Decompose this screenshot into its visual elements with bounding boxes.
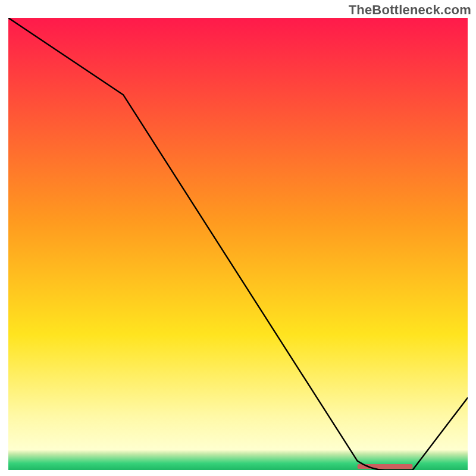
chart-svg	[8, 18, 468, 470]
watermark-text: TheBottleneck.com	[349, 2, 471, 18]
optimum-marker	[358, 464, 413, 469]
bottleneck-chart	[8, 18, 468, 470]
page-root: TheBottleneck.com	[0, 0, 476, 476]
gradient-background	[8, 18, 468, 470]
